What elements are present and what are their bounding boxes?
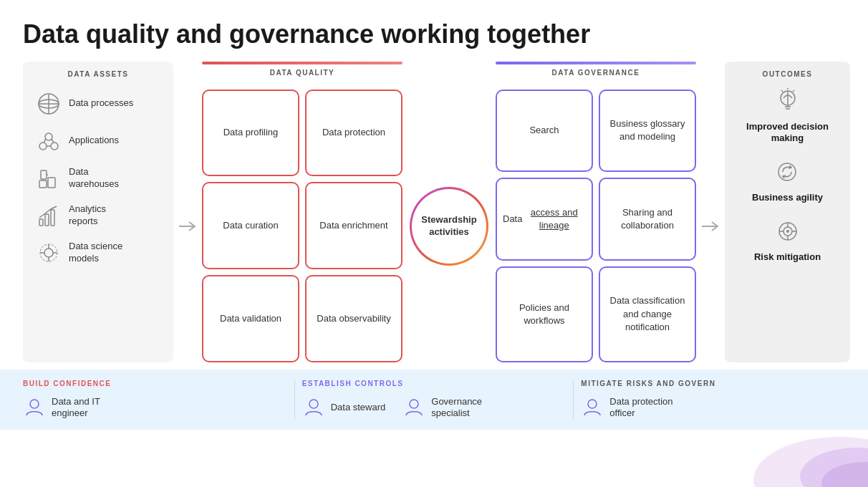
bottom-role-protection: Data protection officer	[581, 396, 845, 420]
outcomes-label: OUTCOMES	[763, 70, 813, 78]
protection-officer-icon	[581, 396, 604, 419]
asset-label-warehouses: Data	[69, 166, 119, 178]
svg-line-30	[793, 90, 794, 92]
dq-card-enrichment: Data enrichment	[305, 182, 402, 269]
outcome-risk-label: Risk mitigation	[754, 251, 821, 264]
asset-item-applications: Applications	[33, 122, 163, 160]
asset-label-analytics: Analytics	[69, 203, 106, 216]
svg-point-40	[30, 400, 39, 408]
role-protection-label1: Data protection	[609, 396, 672, 408]
svg-rect-15	[45, 214, 49, 226]
applications-icon	[36, 128, 62, 154]
divider-2	[573, 380, 574, 420]
role-protection-label2: officer	[609, 408, 672, 420]
svg-point-17	[44, 249, 53, 257]
outcome-risk: Risk mitigation	[754, 216, 821, 264]
dg-card-lineage: Data access and lineage	[496, 178, 593, 261]
role-engineer-label2: engineer	[52, 408, 100, 420]
svg-point-42	[410, 400, 418, 408]
asset-item-analytics: Analytics reports	[33, 197, 163, 234]
dg-card-search: Search	[496, 90, 593, 173]
svg-rect-10	[39, 180, 47, 188]
bottom-col-mitigate: MITIGATE RISKS AND GOVERN Data protectio…	[581, 380, 845, 420]
asset-label-warehouses2: warehouses	[69, 178, 119, 191]
svg-point-41	[309, 400, 318, 408]
steward-icon	[302, 396, 325, 419]
dq-bar	[202, 62, 402, 64]
analytics-icon	[36, 203, 62, 228]
data-warehouses-icon	[36, 165, 62, 191]
data-science-icon	[36, 240, 62, 266]
outcome-agility: Business agility	[752, 156, 823, 204]
stewardship-circle: Stewardshipactivities	[410, 187, 488, 266]
data-governance-panel: DATA GOVERNANCE Search Business glossary…	[496, 62, 696, 362]
arrow-assets-to-quality	[173, 90, 202, 362]
svg-point-44	[753, 437, 868, 487]
outcome-decision: Improved decision making	[735, 85, 840, 145]
decorative-corner	[725, 423, 868, 487]
dq-card-curation: Data curation	[202, 182, 299, 269]
data-assets-label: DATA ASSETS	[33, 70, 163, 78]
dq-grid: Data profiling Data protection Data cura…	[202, 90, 402, 362]
svg-rect-16	[51, 210, 54, 226]
svg-line-31	[781, 90, 783, 92]
dq-card-profiling: Data profiling	[202, 90, 299, 177]
agility-icon	[771, 156, 803, 188]
svg-line-7	[44, 139, 46, 143]
stewardship-text: Stewardshipactivities	[421, 214, 476, 238]
divider-1	[294, 380, 295, 420]
bottom-col-controls: ESTABLISH CONTROLS Data steward	[302, 380, 566, 420]
bottom-role-engineer: Data and IT engineer	[23, 396, 287, 420]
outcome-agility-label: Business agility	[752, 192, 823, 204]
outcome-decision-label: Improved decision making	[735, 121, 840, 145]
dg-bar	[496, 62, 696, 64]
svg-point-6	[51, 143, 58, 150]
risk-icon	[772, 216, 804, 247]
svg-point-32	[778, 163, 796, 180]
svg-point-45	[800, 448, 868, 487]
role-engineer-label1: Data and IT	[52, 396, 100, 408]
bottom-label-mitigate: MITIGATE RISKS AND GOVERN	[581, 380, 845, 387]
svg-point-43	[588, 400, 597, 408]
bottom-col-confidence: BUILD CONFIDENCE Data and IT engineer	[23, 380, 287, 420]
role-steward-label: Data steward	[331, 402, 386, 414]
asset-label-processes: Data processes	[69, 97, 133, 110]
stewardship-container: Stewardshipactivities	[402, 90, 496, 362]
dg-card-classification: Data classification and change notificat…	[599, 266, 696, 362]
data-processes-icon	[36, 91, 62, 117]
dg-card-policies: Policies and workflows	[496, 266, 593, 362]
dq-card-observability: Data observability	[305, 275, 402, 362]
dq-card-protection: Data protection	[305, 90, 402, 177]
bottom-role-governance: Governance specialist	[402, 396, 482, 420]
svg-rect-14	[39, 219, 43, 226]
dg-grid: Search Business glossary and modeling Da…	[496, 90, 696, 362]
role-governance-label1: Governance	[431, 396, 482, 408]
bottom-section: BUILD CONFIDENCE Data and IT engineer ES…	[0, 370, 868, 430]
arrow-governance-to-outcomes	[696, 90, 725, 362]
data-quality-panel: DATA QUALITY Data profiling Data protect…	[202, 62, 402, 362]
asset-item-science: Data science models	[33, 234, 163, 271]
engineer-icon	[23, 396, 46, 419]
asset-label-science2: models	[69, 253, 122, 265]
bottom-role-steward: Data steward	[302, 396, 386, 420]
dq-label: DATA QUALITY	[202, 69, 402, 77]
asset-label-applications: Applications	[69, 135, 119, 147]
governance-specialist-icon	[402, 396, 425, 419]
svg-rect-12	[41, 170, 47, 179]
svg-point-46	[821, 462, 868, 487]
svg-rect-11	[48, 178, 55, 188]
dq-card-validation: Data validation	[202, 275, 299, 362]
dg-card-sharing: Sharing and collaboration	[599, 178, 696, 261]
svg-line-8	[52, 139, 54, 143]
dg-label: DATA GOVERNANCE	[496, 69, 696, 77]
dg-card-glossary: Business glossary and modeling	[599, 90, 696, 173]
data-assets-panel: DATA ASSETS Data processes	[23, 62, 173, 362]
svg-point-5	[39, 143, 47, 150]
asset-item-warehouses: Data warehouses	[33, 160, 163, 197]
asset-label-analytics2: reports	[69, 216, 106, 228]
asset-label-science: Data science	[69, 241, 122, 253]
svg-point-39	[786, 230, 789, 233]
page-title: Data quality and governance working toge…	[23, 20, 845, 49]
bottom-label-confidence: BUILD CONFIDENCE	[23, 380, 287, 387]
role-governance-label2: specialist	[431, 408, 482, 420]
